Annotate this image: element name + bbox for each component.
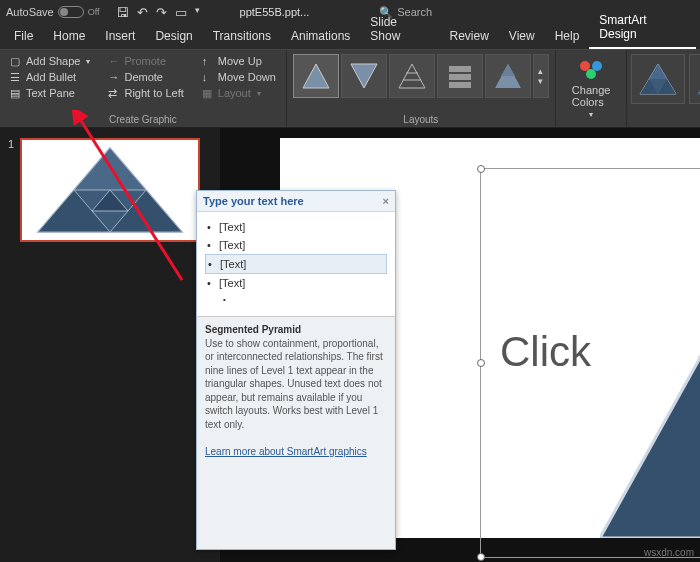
style-thumb-1[interactable] <box>631 54 685 104</box>
svg-marker-27 <box>600 358 700 538</box>
group-label-layouts: Layouts <box>287 112 555 127</box>
toggle-off-icon[interactable] <box>58 6 84 18</box>
tab-animations[interactable]: Animations <box>281 25 360 49</box>
tab-file[interactable]: File <box>4 25 43 49</box>
slide-thumbnail-1[interactable]: 1 <box>8 138 212 242</box>
resize-handle[interactable] <box>477 165 485 173</box>
layouts-more[interactable]: ▴▾ <box>533 54 549 98</box>
qat-dropdown-icon[interactable]: ▾ <box>195 5 200 20</box>
tab-transitions[interactable]: Transitions <box>203 25 281 49</box>
promote-button[interactable]: ←Promote <box>106 54 185 68</box>
svg-marker-2 <box>399 64 425 88</box>
text-pane-button[interactable]: ▤Text Pane <box>8 86 92 100</box>
add-bullet-button[interactable]: ☰Add Bullet <box>8 70 92 84</box>
svg-point-10 <box>580 61 590 71</box>
chevron-down-icon: ▾ <box>257 89 261 98</box>
add-shape-icon: ▢ <box>10 55 22 67</box>
right-to-left-button[interactable]: ⇄Right to Left <box>106 86 185 100</box>
tab-design[interactable]: Design <box>145 25 202 49</box>
svg-rect-7 <box>449 82 471 88</box>
svg-marker-1 <box>351 64 377 88</box>
change-colors-button[interactable]: Change Colors ▾ <box>564 54 619 119</box>
pyramid-smartart[interactable]: [Text] [Text] [Text] <box>600 178 700 538</box>
group-create-graphic: ▢Add Shape▾ ☰Add Bullet ▤Text Pane ←Prom… <box>0 50 287 127</box>
resize-handle[interactable] <box>477 553 485 561</box>
autosave-toggle[interactable]: AutoSave Off <box>6 6 100 18</box>
desc-body: Use to show containment, proportional, o… <box>205 338 383 430</box>
redo-icon[interactable]: ↷ <box>156 5 167 20</box>
layout-thumb-4[interactable] <box>437 54 483 98</box>
group-styles <box>627 50 700 127</box>
promote-icon: ← <box>108 55 120 67</box>
slide-panel: 1 <box>0 128 220 562</box>
layout-thumb-2[interactable] <box>341 54 387 98</box>
layout-thumb-1[interactable] <box>293 54 339 98</box>
document-title: pptE55B.ppt... <box>240 6 310 18</box>
tab-review[interactable]: Review <box>439 25 498 49</box>
chevron-down-icon: ▾ <box>86 57 90 66</box>
undo-icon[interactable]: ↶ <box>137 5 148 20</box>
save-icon[interactable]: 🖫 <box>116 5 129 20</box>
slide-preview[interactable] <box>20 138 200 242</box>
demote-icon: → <box>108 71 120 83</box>
svg-marker-0 <box>303 64 329 88</box>
layout-icon: ▦ <box>202 87 214 99</box>
svg-rect-5 <box>449 66 471 72</box>
tab-help[interactable]: Help <box>545 25 590 49</box>
learn-more-link[interactable]: Learn more about SmartArt graphics <box>205 446 367 457</box>
autosave-label: AutoSave <box>6 6 54 18</box>
svg-marker-21 <box>74 148 146 190</box>
group-label-create: Create Graphic <box>8 112 278 125</box>
tab-home[interactable]: Home <box>43 25 95 49</box>
layout-thumb-5[interactable] <box>485 54 531 98</box>
palette-icon <box>577 58 605 82</box>
add-shape-button[interactable]: ▢Add Shape▾ <box>8 54 92 68</box>
bullet-icon: ☰ <box>10 71 22 83</box>
tab-smartart-design[interactable]: SmartArt Design <box>589 9 696 49</box>
quick-access-toolbar: 🖫 ↶ ↷ ▭ ▾ <box>116 5 200 20</box>
textpane-title: Type your text here <box>203 195 304 207</box>
svg-point-12 <box>586 69 596 79</box>
rtl-icon: ⇄ <box>108 87 120 99</box>
present-icon[interactable]: ▭ <box>175 5 187 20</box>
layout-button[interactable]: ▦Layout▾ <box>200 86 278 100</box>
style-thumb-2[interactable] <box>689 54 700 104</box>
resize-handle[interactable] <box>477 359 485 367</box>
textpane-subitem[interactable] <box>205 292 387 310</box>
svg-marker-9 <box>501 64 515 76</box>
textpane-icon: ▤ <box>10 87 22 99</box>
desc-title: Segmented Pyramid <box>205 324 301 335</box>
textpane-item[interactable]: [Text] <box>205 254 387 274</box>
close-icon[interactable]: × <box>383 195 389 207</box>
textpane-description: Segmented Pyramid Use to show containmen… <box>197 316 395 549</box>
textpane-item[interactable]: [Text] <box>205 236 387 254</box>
textpane-item[interactable]: [Text] <box>205 274 387 292</box>
textpane-list[interactable]: [Text] [Text] [Text] [Text] <box>197 212 395 316</box>
watermark: wsxdn.com <box>644 547 694 558</box>
group-layouts: ▴▾ Layouts <box>287 50 556 127</box>
move-up-button[interactable]: ↑Move Up <box>200 54 278 68</box>
down-icon: ↓ <box>202 71 214 83</box>
demote-button[interactable]: →Demote <box>106 70 185 84</box>
tab-view[interactable]: View <box>499 25 545 49</box>
ribbon-tabs: File Home Insert Design Transitions Anim… <box>0 24 700 50</box>
layout-thumb-3[interactable] <box>389 54 435 98</box>
smartart-text-pane[interactable]: Type your text here × [Text] [Text] [Tex… <box>196 190 396 550</box>
svg-point-11 <box>592 61 602 71</box>
svg-rect-6 <box>449 74 471 80</box>
tab-insert[interactable]: Insert <box>95 25 145 49</box>
autosave-state: Off <box>88 7 100 17</box>
move-down-button[interactable]: ↓Move Down <box>200 70 278 84</box>
ribbon: ▢Add Shape▾ ☰Add Bullet ▤Text Pane ←Prom… <box>0 50 700 128</box>
slide-number: 1 <box>8 138 14 242</box>
textpane-header: Type your text here × <box>197 191 395 212</box>
svg-marker-14 <box>649 64 667 79</box>
chevron-down-icon: ▾ <box>589 110 593 119</box>
tab-slideshow[interactable]: Slide Show <box>360 11 439 49</box>
textpane-item[interactable]: [Text] <box>205 218 387 236</box>
group-colors: Change Colors ▾ <box>556 50 628 127</box>
up-icon: ↑ <box>202 55 214 67</box>
